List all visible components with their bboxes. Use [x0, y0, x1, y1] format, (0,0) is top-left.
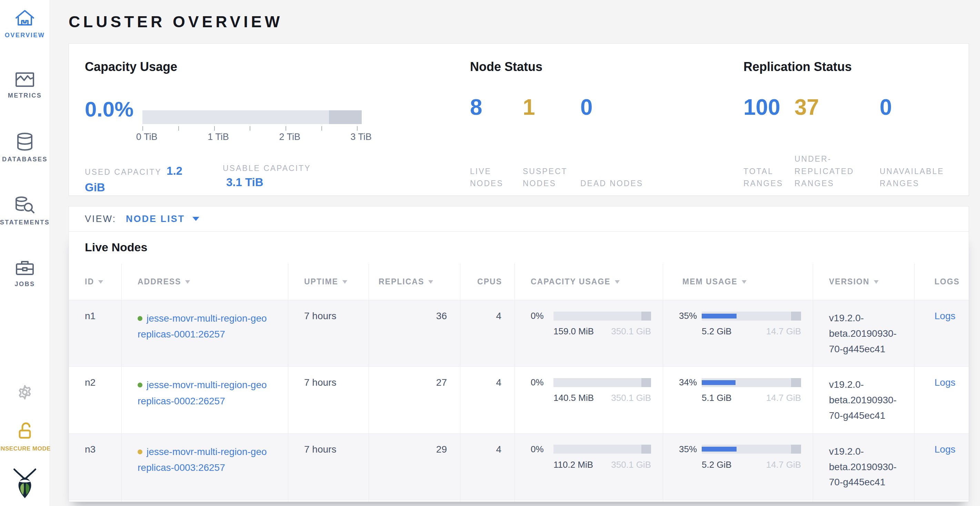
insecure-mode-indicator: INSECURE MODE — [0, 422, 51, 452]
node-status-dot — [138, 316, 142, 321]
suspect-nodes-value: 1 — [523, 96, 576, 118]
capacity-meter-bar — [554, 378, 651, 387]
capacity-meter-bar — [554, 312, 651, 320]
suspect-nodes-stat: 1 SUSPECT NODES — [523, 96, 576, 190]
view-dropdown-value: NODE LIST — [126, 214, 185, 224]
logs-link[interactable]: Logs — [934, 311, 956, 321]
version-cell: v19.2.0-beta.20190930-70-g445ec41 — [813, 500, 915, 502]
capacity-usage-cell: 0% 110.2 MiB350.1 GiB — [515, 434, 663, 500]
version-cell: v19.2.0-beta.20190930-70-g445ec41 — [813, 367, 915, 433]
replication-status-title: Replication Status — [743, 60, 969, 74]
total-ranges-stat: 100 TOTAL RANGES — [743, 96, 794, 190]
col-header-capacity-usage[interactable]: CAPACITY USAGE — [515, 264, 663, 300]
logs-cell: Logs — [915, 500, 969, 502]
unavailable-ranges-label: UNAVAILABLE RANGES — [880, 165, 959, 190]
sidebar-item-jobs[interactable]: JOBS — [14, 259, 35, 288]
col-header-version[interactable]: VERSION — [813, 264, 915, 300]
cpus-cell: 4 — [460, 367, 515, 433]
mem-meter-bar — [702, 445, 801, 454]
col-header-replicas[interactable]: REPLICAS — [369, 264, 460, 300]
replication-status-section: Replication Status 100 TOTAL RANGES 37 U… — [743, 60, 969, 195]
replicas-cell: 36 — [369, 300, 460, 366]
sort-arrow-icon — [185, 280, 190, 284]
logs-cell: Logs — [915, 300, 969, 366]
replicas-cell: 29 — [369, 434, 460, 500]
node-address-link[interactable]: jesse-movr-multi-region-georeplicas-0002… — [138, 379, 267, 406]
capacity-usage-title: Capacity Usage — [85, 60, 470, 74]
capacity-bar-chart: 0 TiB 1 TiB 2 TiB 3 TiB — [142, 110, 362, 143]
view-selector-bar: VIEW: NODE LIST — [68, 206, 969, 231]
col-header-id[interactable]: ID — [69, 264, 122, 300]
replicas-cell: 27 — [369, 367, 460, 433]
sidebar-item-databases[interactable]: DATABASES — [2, 132, 48, 163]
col-header-mem-usage[interactable]: MEM USAGE — [663, 264, 813, 300]
table-row: n1 jesse-movr-multi-region-georeplicas-0… — [69, 300, 969, 366]
tick-label: 3 TiB — [350, 132, 372, 142]
col-header-cpus[interactable]: CPUS — [460, 264, 515, 300]
sidebar-item-overview[interactable]: OVERVIEW — [5, 9, 45, 39]
dead-nodes-value: 0 — [580, 96, 646, 118]
mem-usage-cell: 34% 5.1 GiB14.7 GiB — [663, 367, 813, 433]
mem-meter-bar — [702, 312, 801, 320]
capacity-usage-cell: 0% 106.9 MiB350.1 GiB — [515, 500, 663, 502]
sort-arrow-icon — [874, 280, 879, 284]
statements-icon — [15, 196, 35, 214]
total-ranges-label: TOTAL RANGES — [743, 165, 794, 190]
node-address-cell: jesse-movr-multi-region-georeplicas-0003… — [122, 434, 288, 500]
sidebar-item-metrics[interactable]: METRICS — [8, 72, 42, 99]
version-cell: v19.2.0-beta.20190930-70-g445ec41 — [813, 434, 915, 500]
capacity-usage-cell: 0% 159.0 MiB350.1 GiB — [515, 300, 663, 366]
sidebar-item-label: OVERVIEW — [5, 32, 45, 39]
view-label: VIEW: — [85, 214, 116, 224]
mem-usage-cell: 35% 5.2 GiB14.7 GiB — [663, 434, 813, 500]
col-header-uptime[interactable]: UPTIME — [288, 264, 369, 300]
sidebar: OVERVIEW METRICS DATABASES — [0, 0, 50, 506]
mem-usage-cell: 35% 5.2 GiB14.7 GiB — [663, 500, 813, 502]
cluster-summary-card: Capacity Usage 0.0% 0 TiB 1 TiB 2 TiB 3 … — [68, 43, 969, 196]
usable-capacity-label: USABLE CAPACITY — [223, 164, 311, 173]
tick-label: 2 TiB — [279, 132, 301, 142]
unavailable-ranges-value: 0 — [880, 96, 959, 118]
used-capacity-stat: USED CAPACITY 1.2 GiB — [85, 163, 223, 196]
uptime-cell: 7 hours — [288, 300, 369, 366]
node-address-link[interactable]: jesse-movr-multi-region-georeplicas-0003… — [138, 446, 267, 473]
col-header-logs: LOGS — [915, 264, 969, 300]
capacity-axis-labels: 0 TiB 1 TiB 2 TiB 3 TiB — [142, 132, 362, 143]
tick-label: 1 TiB — [208, 132, 229, 142]
node-address-link[interactable]: jesse-movr-multi-region-georeplicas-0001… — [138, 313, 267, 339]
live-nodes-label: LIVE NODES — [470, 165, 523, 190]
uptime-cell: 7 hours — [288, 434, 369, 500]
unavailable-ranges-stat: 0 UNAVAILABLE RANGES — [880, 96, 959, 190]
cpus-cell: 4 — [460, 500, 515, 502]
cockroachdb-logo-icon[interactable] — [10, 467, 40, 500]
node-id-cell: n3 — [69, 434, 122, 500]
live-nodes-stat: 8 LIVE NODES — [470, 96, 523, 190]
capacity-percent: 0.0% — [85, 97, 134, 121]
sidebar-bottom: INSECURE MODE — [0, 384, 51, 506]
node-status-dot — [138, 449, 142, 454]
view-dropdown[interactable]: NODE LIST — [126, 214, 199, 224]
mem-meter-bar — [702, 378, 801, 387]
suspect-nodes-label: SUSPECT NODES — [523, 165, 576, 190]
node-address-cell: jesse-movr-multi-region-georeplicas-0002… — [122, 367, 288, 433]
sort-arrow-icon — [615, 280, 620, 284]
capacity-meter-bar — [554, 445, 651, 454]
col-header-address[interactable]: ADDRESS — [122, 264, 288, 300]
logs-link[interactable]: Logs — [934, 377, 956, 388]
capacity-bar — [142, 110, 362, 124]
open-lock-icon — [17, 422, 32, 441]
app-root: OVERVIEW METRICS DATABASES — [0, 0, 980, 506]
usable-capacity-value: 3.1 TiB — [226, 176, 263, 189]
table-row: n3 jesse-movr-multi-region-georeplicas-0… — [69, 433, 969, 500]
capacity-bar-tail — [329, 110, 362, 124]
sort-arrow-icon — [98, 280, 103, 284]
metrics-icon — [15, 72, 35, 87]
settings-gear-icon[interactable] — [17, 384, 33, 402]
sidebar-item-label: DATABASES — [2, 156, 48, 163]
sidebar-item-label: STATEMENTS — [0, 219, 50, 226]
logs-link[interactable]: Logs — [934, 444, 956, 455]
logs-cell: Logs — [915, 434, 969, 500]
node-status-title: Node Status — [470, 60, 743, 74]
total-ranges-value: 100 — [743, 96, 794, 118]
sidebar-item-statements[interactable]: STATEMENTS — [0, 196, 50, 226]
